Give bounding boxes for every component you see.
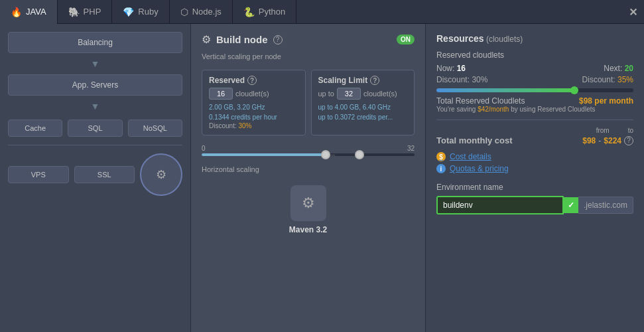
env-name-label: Environment name — [436, 183, 633, 192]
reserved-card-title: Reserved ? — [209, 76, 298, 85]
gear-icon: ⚙ — [156, 167, 166, 182]
monthly-label: Total monthly cost — [436, 135, 513, 145]
tab-nodejs-label: Node.js — [192, 7, 222, 17]
vps-button[interactable]: VPS — [8, 166, 69, 183]
maven-gear-icon: ⚙ — [302, 195, 315, 212]
tab-php[interactable]: 🐘 PHP — [58, 0, 113, 24]
cloudlet-slider-thumb[interactable] — [570, 86, 578, 94]
monthly-help-icon[interactable]: ? — [624, 136, 633, 145]
resources-header: Resources (cloudlets) — [436, 33, 633, 44]
tab-java-label: JAVA — [26, 7, 46, 17]
discount-now: Discount: 30% — [436, 75, 487, 84]
nosql-button[interactable]: NoSQL — [128, 120, 182, 137]
cost-details-link[interactable]: $ Cost details — [436, 152, 633, 161]
tab-python-label: Python — [259, 7, 285, 17]
env-check-icon: ✓ — [564, 197, 578, 213]
scaling-info2: up to 0.3072 credits per... — [318, 112, 408, 122]
scaling-limit-help-icon[interactable]: ? — [370, 76, 379, 85]
scaling-limit-input[interactable] — [337, 88, 361, 100]
cost-details-icon: $ — [436, 152, 446, 161]
build-node-icon: ⚙ — [202, 33, 211, 46]
discount-next: Discount: 35% — [582, 75, 633, 84]
env-name-input[interactable] — [436, 196, 564, 214]
cloudlet-slider[interactable] — [436, 88, 633, 92]
reserved-discount: Discount: 30% — [209, 122, 298, 129]
close-button[interactable]: ✕ — [629, 5, 637, 18]
sql-button[interactable]: SQL — [68, 120, 122, 137]
tab-php-label: PHP — [84, 7, 101, 17]
reserved-info1: 2.00 GB, 3.20 GHz — [209, 102, 298, 112]
monthly-range: $98 - $224 ? — [582, 136, 633, 145]
tab-java[interactable]: 🔥 JAVA — [0, 0, 58, 24]
arrow-down-icon: ▼ — [8, 58, 182, 69]
scaling-prefix: up to — [318, 90, 334, 98]
tab-python[interactable]: 🐍 Python — [233, 0, 296, 24]
quotas-link[interactable]: i Quotas & pricing — [436, 164, 633, 173]
ssl-button[interactable]: SSL — [74, 166, 135, 183]
scaling-limit-unit: cloudlet(s) — [363, 90, 397, 98]
right-panel: Resources (cloudlets) Reserved cloudlets… — [425, 24, 644, 332]
now-label: Now: 16 — [436, 64, 466, 73]
slider-thumb-limit[interactable] — [355, 150, 364, 159]
slider-track[interactable]: ··· — [202, 153, 415, 156]
maven-icon-box[interactable]: ⚙ — [290, 185, 326, 221]
vertical-scaling-label: Vertical scaling per node — [202, 52, 415, 60]
build-node-help-icon[interactable]: ? — [273, 35, 283, 44]
total-reserved-row: Total Reserved Cloudlets $98 per month — [436, 96, 633, 106]
monthly-dash: - — [598, 136, 601, 145]
saving-amount: $42/month — [478, 106, 509, 113]
next-label: Next: 20 — [604, 64, 633, 73]
bottom-nodes: VPS SSL ⚙ — [8, 153, 182, 196]
reserved-card: Reserved ? cloudlet(s) 2.00 GB, 3.20 GHz… — [202, 70, 306, 135]
gear-node-button[interactable]: ⚙ — [140, 153, 182, 196]
scaling-limit-card: Scaling Limit ? up to cloudlet(s) up to … — [311, 70, 415, 135]
scaling-cards: Reserved ? cloudlet(s) 2.00 GB, 3.20 GHz… — [202, 70, 415, 135]
left-panel: Balancing ▼ App. Servers ▼ Cache SQL NoS… — [0, 24, 191, 332]
reserved-help-icon[interactable]: ? — [247, 76, 257, 85]
slider-min-label: 0 — [202, 145, 206, 152]
divider-line — [436, 120, 633, 120]
from-to-labels: from to — [436, 127, 633, 134]
env-input-row: ✓ .jelastic.com — [436, 196, 633, 214]
discount-now-val: 30% — [472, 75, 487, 84]
build-node-header: ⚙ Build node ? ON — [202, 33, 415, 46]
reserved-cloudlet-input[interactable] — [209, 88, 233, 100]
cost-links: $ Cost details i Quotas & pricing — [436, 152, 633, 173]
horizontal-scaling-label: Horizontal scaling — [202, 165, 415, 173]
resources-title: Resources — [436, 33, 484, 44]
quotas-icon: i — [436, 164, 446, 173]
balancing-button[interactable]: Balancing — [8, 32, 182, 53]
cache-button[interactable]: Cache — [8, 120, 62, 137]
scaling-limit-title: Scaling Limit ? — [318, 76, 408, 85]
total-reserved-cost: $98 per month — [579, 96, 633, 106]
ruby-icon: 💎 — [123, 7, 134, 17]
monthly-from: $98 — [582, 136, 596, 145]
reserved-cloudlets-title: Reserved cloudlets — [436, 50, 633, 60]
discount-row: Discount: 30% Discount: 35% — [436, 75, 633, 84]
next-value: 20 — [625, 64, 633, 73]
scaling-slider-section: 0 32 ··· — [202, 145, 415, 156]
scaling-limit-row: up to cloudlet(s) — [318, 88, 408, 100]
reserved-section: Reserved cloudlets Now: 16 Next: 20 Disc… — [436, 50, 633, 113]
reserved-info2: 0.1344 credits per hour — [209, 112, 298, 122]
scaling-info1: up to 4.00 GB, 6.40 GHz — [318, 102, 408, 112]
tab-ruby[interactable]: 💎 Ruby — [112, 0, 169, 24]
tab-nodejs[interactable]: ⬡ Node.js — [170, 0, 233, 24]
monthly-cost-row: Total monthly cost $98 - $224 ? — [436, 135, 633, 145]
small-nodes-row: Cache SQL NoSQL — [8, 120, 182, 137]
main-layout: Balancing ▼ App. Servers ▼ Cache SQL NoS… — [0, 24, 644, 332]
env-section: Environment name ✓ .jelastic.com — [436, 183, 633, 214]
tab-bar: 🔥 JAVA 🐘 PHP 💎 Ruby ⬡ Node.js 🐍 Python ✕ — [0, 0, 644, 24]
slider-max-label: 32 — [407, 145, 415, 152]
saving-text: You're saving $42/month by using Reserve… — [436, 106, 633, 113]
reserved-discount-val: 30% — [238, 122, 251, 129]
discount-next-val: 35% — [617, 75, 633, 84]
reserved-cloudlet-unit: cloudlet(s) — [235, 90, 269, 98]
now-value: 16 — [457, 64, 466, 73]
cloudlet-slider-fill — [436, 88, 574, 92]
app-servers-button[interactable]: App. Servers — [8, 74, 182, 96]
monthly-to: $224 — [604, 136, 621, 145]
env-domain: .jelastic.com — [578, 197, 633, 214]
build-node-toggle[interactable]: ON — [397, 35, 415, 44]
php-icon: 🐘 — [68, 7, 80, 17]
